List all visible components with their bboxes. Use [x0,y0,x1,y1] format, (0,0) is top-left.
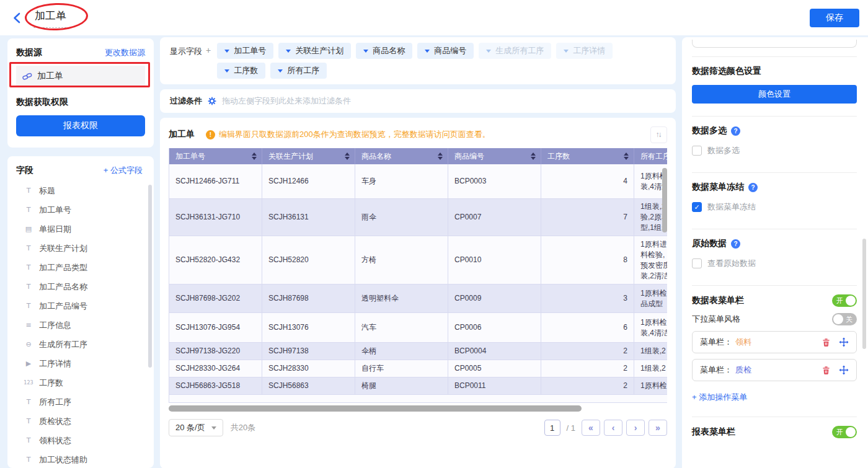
column-header[interactable]: 加工单号 [169,148,262,164]
column-sort-icon[interactable] [345,152,350,160]
column-sort-icon[interactable] [438,152,443,160]
table-horizontal-scrollbar[interactable] [169,405,667,412]
permission-heading: 数据获取权限 [16,97,145,108]
display-field-chip[interactable]: 生成所有工序 [479,43,551,59]
column-header[interactable]: 商品编号 [448,148,541,164]
sort-order-icon[interactable]: ↑↓ [650,126,667,143]
settings-panel-scrollbar[interactable] [862,239,866,349]
text-field-icon: T [22,398,35,406]
table-cell: SCJH97138-JG220 [169,343,262,360]
next-page-button[interactable]: › [626,420,645,436]
field-item[interactable]: T加工单号 [16,200,149,219]
back-icon[interactable] [9,10,25,26]
raw-data-checkbox-row[interactable]: 查看原始数据 [692,258,857,269]
help-icon[interactable]: ? [731,239,740,249]
field-item[interactable]: ≡工序信息 [16,316,149,335]
dropdown-style-toggle[interactable]: 关 [832,313,857,325]
column-header-label: 工序数 [547,151,570,162]
add-display-field-button[interactable]: + [206,45,211,55]
field-item[interactable]: ⊖生成所有工序 [16,335,149,354]
table-row[interactable]: SCJH97138-JG220SCJH97138伞柄BCP000421组装,2 [169,343,667,360]
move-menu-item-icon[interactable] [839,337,849,347]
table-row[interactable]: SCJH87698-JG202SCJH87698透明塑料伞CP000931原料检… [169,285,667,313]
field-item[interactable]: T加工产品类型 [16,258,149,277]
display-field-chip[interactable]: 关联生产计划 [278,43,351,59]
chip-label: 工序详情 [573,45,605,56]
multi-select-checkbox-row[interactable]: 数据多选 [692,145,857,156]
delete-menu-item-trash-icon[interactable] [821,365,831,375]
multi-select-checkbox[interactable] [692,146,702,156]
column-header[interactable]: 所有工序 [634,148,667,164]
column-header-label: 所有工序 [640,151,667,162]
delete-menu-item-trash-icon[interactable] [821,337,831,347]
column-header[interactable]: 工序数 [541,148,634,164]
change-datasource-link[interactable]: 更改数据源 [105,47,145,58]
menu-item-list: 菜单栏：领料菜单栏：质检 [692,331,857,381]
table-cell: SCJH12466 [262,164,355,198]
table-row[interactable]: SCJH52820-JG432SCJH52820方椅CP001081原料进料检验… [169,236,667,285]
filter-dropzone-placeholder[interactable]: 拖动左侧字段到此处来添加过滤条件 [222,95,351,107]
table-row[interactable]: SCJH56863-JG518SCJH56863椅腿BCP001121原料检 [169,377,667,395]
datasource-item[interactable]: 加工单 [16,66,145,87]
table-menubar-toggle[interactable]: 开 [832,294,857,307]
help-icon[interactable]: ? [748,183,758,192]
table-row[interactable]: SCJH36131-JG710SCJH36131雨伞CP000771组装,2验,… [169,199,667,236]
display-field-chip[interactable]: 商品编号 [417,43,474,59]
field-item[interactable]: T标题 [16,181,149,200]
table-row[interactable]: SCJH13076-JG954SCJH13076汽车CP000661原料检装,4… [169,313,667,343]
column-sort-icon[interactable] [252,152,257,160]
menu-freeze-checkbox[interactable]: ✓ [692,202,702,212]
column-header[interactable]: 商品名称 [355,148,448,164]
field-item[interactable]: ▤单据日期 [16,219,149,239]
title-field-icon: T [22,187,35,195]
text-field-icon: T [22,436,35,444]
table-row[interactable]: SCJH12466-JG711SCJH12466车身BCP000341原料检装,… [169,164,667,199]
first-page-button[interactable]: « [582,420,600,436]
add-action-menu-link[interactable]: + 添加操作菜单 [692,392,747,403]
column-sort-icon[interactable] [531,152,536,160]
field-item[interactable]: T所有工序 [16,392,149,412]
field-item-label: 工序数 [39,377,63,389]
table-row-partial [169,395,667,403]
field-item[interactable]: T关联生产计划 [16,239,149,258]
color-settings-button[interactable]: 颜色设置 [692,85,857,104]
raw-data-checkbox-label: 查看原始数据 [707,258,756,269]
save-button[interactable]: 保存 [810,9,859,27]
table-cell: 雨伞 [355,199,448,236]
display-field-chip[interactable]: 工序数 [217,63,265,79]
field-item[interactable]: ▶工序详情 [16,354,149,373]
column-sort-icon[interactable] [624,152,629,160]
field-item[interactable]: T质检状态 [16,412,149,431]
menu-freeze-checkbox-row[interactable]: ✓ 数据菜单冻结 [692,201,857,213]
display-field-chip[interactable]: 加工单号 [217,43,273,59]
text-field-icon: T [22,206,35,214]
add-formula-field-link[interactable]: + 公式字段 [104,165,143,176]
display-field-chip[interactable]: 工序详情 [556,43,613,59]
field-item[interactable]: T加工状态辅助 [16,450,149,468]
field-item[interactable]: T加工产品名称 [16,277,149,296]
help-icon[interactable]: ? [731,126,740,136]
chip-caret-icon [363,50,368,53]
field-item[interactable]: T加工产品编号 [16,296,149,316]
report-permission-button[interactable]: 报表权限 [16,115,145,136]
fields-scrollbar[interactable] [148,185,152,368]
field-item[interactable]: T领料状态 [16,431,149,450]
column-header[interactable]: 关联生产计划 [262,148,355,164]
table-vertical-scrollbar[interactable] [662,168,667,232]
prev-page-button[interactable]: ‹ [604,420,622,436]
report-menubar-toggle[interactable]: 开 [832,426,857,438]
display-field-chips: 加工单号关联生产计划商品名称商品编号生成所有工序工序详情工序数所有工序 [217,43,666,79]
table-row[interactable]: SCJH28330-JG264SCJH28330自行车CP000521组装,2 [169,360,667,377]
last-page-button[interactable]: » [649,420,667,436]
page-size-select[interactable]: 20 条/页 [169,419,223,436]
chip-caret-icon [224,69,229,73]
filter-settings-gear-icon[interactable] [207,96,217,106]
field-item[interactable]: 123工序数 [16,373,149,392]
toggle-knob [846,296,856,306]
display-field-chip[interactable]: 所有工序 [270,63,327,79]
move-menu-item-icon[interactable] [839,365,849,375]
raw-data-checkbox[interactable] [692,258,702,268]
toggle-knob [833,314,843,324]
current-page-input[interactable]: 1 [544,420,560,436]
display-field-chip[interactable]: 商品名称 [356,43,412,59]
